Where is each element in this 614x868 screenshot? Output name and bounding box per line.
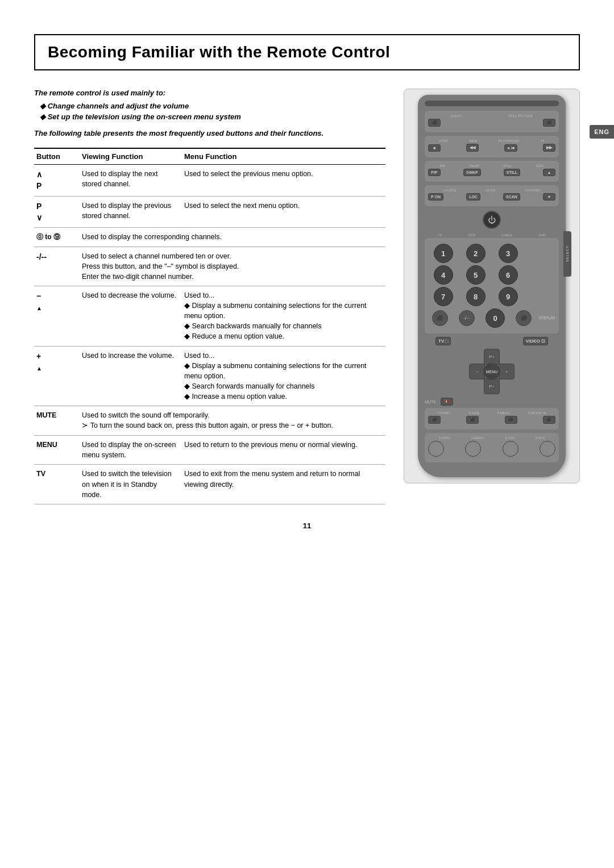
spacer2 xyxy=(525,287,545,306)
ttx-section: TTX/MIX P.SIZE P.MENU S.MODE I/II ⬛ ⬛ ⬛ … xyxy=(425,408,559,429)
still-label: STILL xyxy=(503,164,512,168)
num-0-btn[interactable]: 0 xyxy=(486,308,505,328)
special-left-btn[interactable]: ⬛ xyxy=(432,310,448,326)
top-section: SLEEP♪ STILL PICTURE ⬛ ⬛ xyxy=(425,111,559,132)
btn-cell: MENU xyxy=(34,436,80,465)
swap-btn[interactable]: SWAP xyxy=(463,169,481,176)
p-on-btn[interactable]: P ON xyxy=(428,193,443,201)
ttx-labels: TTX/MIX P.SIZE P.MENU S.MODE I/II xyxy=(428,411,555,415)
dash-btn[interactable]: -/-- xyxy=(459,310,475,326)
sleep-btn[interactable]: ⬛ xyxy=(428,119,441,127)
select-label: SELECT xyxy=(566,245,569,262)
pmenu-btn[interactable]: ⬛ xyxy=(505,416,517,424)
num-4-btn[interactable]: 4 xyxy=(434,265,453,285)
bottom-section: TURBO S.MENU S.STD P.STD xyxy=(425,433,559,462)
page-number: 11 xyxy=(34,521,580,530)
btn-cell: MUTE xyxy=(34,406,80,436)
ff-btn[interactable]: ▶▶ xyxy=(543,144,555,152)
scan-label: SCAN xyxy=(486,189,495,192)
dpad-right[interactable]: + xyxy=(499,364,515,379)
video-btn[interactable]: VIDEO ⊡ xyxy=(523,337,548,345)
num-5-btn[interactable]: 5 xyxy=(466,265,486,285)
viewing-cell: Used to decrease the volume. xyxy=(80,286,182,346)
tv-btn[interactable]: TV □ xyxy=(435,337,451,345)
bottom-row xyxy=(428,441,555,457)
mute-area: MUTE 🔇 xyxy=(425,398,559,406)
bottom-labels: TURBO S.MENU S.STD P.STD xyxy=(428,436,555,440)
table-row: −▲ Used to decrease the volume. Used to.… xyxy=(34,286,385,346)
still-btn[interactable]: STILL xyxy=(504,169,520,176)
num-1-btn[interactable]: 1 xyxy=(434,244,453,263)
number-grid: 1 2 3 4 5 6 7 8 9 xyxy=(428,244,555,306)
btn-cell: -/-- xyxy=(34,247,80,286)
remote-antenna xyxy=(425,101,559,106)
remote-control: SELECT SLEEP♪ STILL PICTURE ⬛ ⬛ xyxy=(418,95,566,477)
dpad-down[interactable]: P− xyxy=(484,378,500,394)
spacer xyxy=(525,265,545,285)
tv-video-label: TV/VIDEO xyxy=(525,189,541,192)
psize-btn[interactable]: ⬛ xyxy=(466,416,479,424)
page: ENG Becoming Familiar with the Remote Co… xyxy=(0,0,614,868)
sstd-btn[interactable] xyxy=(503,441,518,457)
right-column: SELECT SLEEP♪ STILL PICTURE ⬛ ⬛ xyxy=(404,89,580,483)
pip-btn[interactable]: PIP xyxy=(428,169,441,176)
sstd-label: S.STD xyxy=(505,436,515,440)
dpad-up[interactable]: P+ xyxy=(484,349,500,365)
num-3-btn[interactable]: 3 xyxy=(499,244,518,263)
size-up-btn[interactable]: ▲ xyxy=(543,169,555,176)
psize-label: P.SIZE xyxy=(468,411,479,415)
turbo-btn[interactable] xyxy=(428,441,444,457)
viewing-cell: Used to display the corresponding channe… xyxy=(80,228,385,247)
p-on-section: LOCATE SCAN TV/VIDEO P ON LOC SCAN ▼ xyxy=(425,185,559,206)
num-2-btn[interactable]: 2 xyxy=(466,244,486,263)
ttx-btn[interactable]: ⬛ xyxy=(428,416,441,424)
rew-btn[interactable]: ◀◀ xyxy=(466,144,479,152)
mute-btn[interactable]: 🔇 xyxy=(441,398,453,406)
dpad-left[interactable]: − xyxy=(469,364,485,379)
viewing-cell: Used to increase the volume. xyxy=(80,346,182,406)
num-6-btn[interactable]: 6 xyxy=(499,265,518,285)
num-9-btn[interactable]: 9 xyxy=(499,287,518,306)
power-btn[interactable]: ⏻ xyxy=(483,211,501,229)
intro-bullet-2: Set up the television using the on-scree… xyxy=(40,112,385,121)
menu-cell: Used to... Display a submenu containing … xyxy=(182,286,385,346)
title-box: Becoming Familiar with the Remote Contro… xyxy=(34,34,580,70)
pstd-btn[interactable] xyxy=(540,441,555,457)
viewing-cell: Used to switch the television on when it… xyxy=(80,465,182,504)
dpad-menu[interactable]: MENU xyxy=(483,363,500,380)
special-num-row: ⬛ -/-- 0 ⬛ DISPLAY xyxy=(428,308,555,328)
power-area: ⏻ xyxy=(425,211,559,231)
btn-cell: ∧P xyxy=(34,165,80,197)
btn-cell: ⓪ to ⑨ xyxy=(34,228,80,247)
dpad-area: P+ − MENU + P− xyxy=(425,349,559,394)
pip-section: PIP SWAP STILL SIZE PIP SWAP STILL ▲ xyxy=(425,161,559,182)
size-down-btn[interactable]: ▼ xyxy=(543,193,555,201)
ttx-label: TTX/MIX xyxy=(437,411,451,415)
stop-btn[interactable]: ■ xyxy=(428,144,441,152)
play-pause-btn[interactable]: ►/■ xyxy=(504,144,517,152)
special-right-btn[interactable]: ⬛ xyxy=(516,310,532,326)
ttx-row: ⬛ ⬛ ⬛ ⬛ xyxy=(428,416,555,424)
function-table: Button Viewing Function Menu Function ∧P… xyxy=(34,148,385,504)
locate-label: LOCATE xyxy=(443,189,457,192)
smode-btn[interactable]: ⬛ xyxy=(543,416,555,424)
col-button: Button xyxy=(34,148,80,165)
still-picture-btn[interactable]: ⬛ xyxy=(543,119,555,127)
transport-section: STOP REW PLAY/PAUSE FF ■ ◀◀ ►/■ ▶▶ xyxy=(425,136,559,157)
smenu-btn[interactable] xyxy=(465,441,481,457)
table-row: ∧P Used to display the next stored chann… xyxy=(34,165,385,197)
dpad: P+ − MENU + P− xyxy=(469,349,515,394)
locate-row: P ON LOC SCAN ▼ xyxy=(428,193,555,201)
num-8-btn[interactable]: 8 xyxy=(466,287,486,306)
locate-btn[interactable]: LOC xyxy=(466,193,480,201)
num-7-btn[interactable]: 7 xyxy=(434,287,453,306)
scan-btn[interactable]: SCAN xyxy=(503,193,520,201)
table-row: MUTE Used to switch the sound off tempor… xyxy=(34,406,385,436)
smenu-label: S.MENU xyxy=(471,436,484,440)
menu-cell: Used to select the next menu option. xyxy=(182,196,385,228)
turbo-label: TURBO xyxy=(438,436,450,440)
remote-wrapper: SELECT SLEEP♪ STILL PICTURE ⬛ ⬛ xyxy=(404,89,580,483)
viewing-cell: Used to select a channel numbered ten or… xyxy=(80,247,385,286)
pmenu-label: P.MENU xyxy=(497,411,511,415)
sleep-still-row: ⬛ ⬛ xyxy=(428,119,555,127)
